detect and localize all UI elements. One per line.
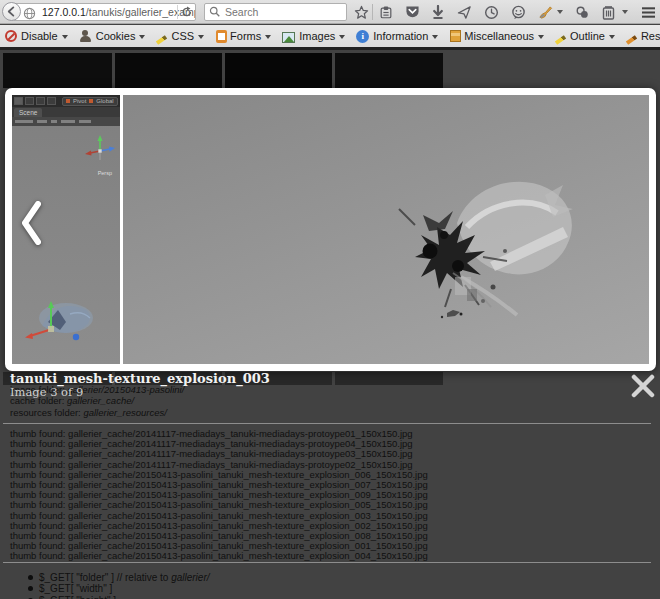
toolbar-separator xyxy=(372,4,373,20)
webdev-item-information[interactable]: i Information xyxy=(356,30,438,43)
view-option xyxy=(51,120,57,123)
param-text: $_GET[ "width" ] xyxy=(39,583,112,594)
webdev-label: CSS xyxy=(171,30,194,42)
information-icon: i xyxy=(356,30,369,43)
editor-tab-row: Scene xyxy=(12,107,120,117)
resources-folder-line: resources folder: gallerier_resources/ xyxy=(10,407,184,418)
history-clock-icon[interactable] xyxy=(483,4,499,20)
editor-explosion-object xyxy=(20,292,104,356)
gallery-thumbnail[interactable] xyxy=(115,53,222,88)
pivot-label: Pivot xyxy=(73,98,86,104)
webdev-label: Disable xyxy=(21,30,58,42)
search-input[interactable] xyxy=(225,6,325,18)
prev-arrow-button[interactable] xyxy=(18,199,46,247)
webdev-item-miscellaneous[interactable]: Miscellaneous xyxy=(449,30,544,42)
container-dropdown-caret[interactable] xyxy=(622,10,628,14)
chevron-down-icon xyxy=(265,35,271,39)
gallery-thumbnail[interactable] xyxy=(225,53,332,88)
theme-dropdown-caret[interactable] xyxy=(557,10,563,14)
webdev-item-forms[interactable]: Forms xyxy=(215,30,271,43)
search-icon xyxy=(209,6,221,18)
thumb-found-list: thumb found: gallerier_cache/20141117-me… xyxy=(10,429,428,562)
bookmark-star-icon[interactable] xyxy=(353,4,369,20)
editor-tool-button xyxy=(47,97,56,105)
webdev-label: Cookies xyxy=(96,30,136,42)
chevron-down-icon xyxy=(62,35,68,39)
webdev-label: Miscellaneous xyxy=(464,30,534,42)
editor-tool-button xyxy=(14,97,23,105)
close-icon[interactable] xyxy=(630,374,656,398)
url-bar[interactable]: 127.0.0.1/tanukis/gallerier_example.php xyxy=(13,3,196,21)
folder-value: gallerier_resources/ xyxy=(83,407,166,418)
thumb-found-line: thumb found: gallerier_cache/20150413-pa… xyxy=(10,551,428,561)
view-option xyxy=(79,120,91,123)
folder-label: resources folder: xyxy=(10,407,81,418)
resize-icon xyxy=(626,35,637,45)
toolbar-bottom-border xyxy=(0,47,660,50)
view-option xyxy=(61,120,75,123)
chevron-down-icon xyxy=(432,35,438,39)
webdev-item-resize[interactable]: Resize xyxy=(626,30,660,42)
back-button[interactable] xyxy=(2,2,21,21)
theme-brush-icon[interactable] xyxy=(537,4,553,20)
chat-smiley-icon[interactable] xyxy=(510,4,526,20)
gallery-thumbnail[interactable] xyxy=(335,372,443,385)
webdev-item-cookies[interactable]: Cookies xyxy=(79,30,146,43)
editor-tool-button xyxy=(36,97,45,105)
addon-paw-icon[interactable] xyxy=(574,4,590,20)
pocket-icon[interactable] xyxy=(404,4,420,20)
chevron-down-icon xyxy=(139,35,145,39)
webdev-label: Outline xyxy=(570,30,605,42)
explosion-render xyxy=(395,165,590,337)
param-text: $_GET[ "height" ] xyxy=(39,595,116,599)
editor-toolbar: PivotGlobal xyxy=(12,95,120,107)
horizontal-rule xyxy=(3,562,651,563)
webdev-toolbar: Disable Cookies CSS Forms Images i Infor… xyxy=(0,25,660,47)
url-text: 127.0.0.1/tanukis/gallerier_example.php xyxy=(42,6,196,18)
gallery-thumbnail[interactable] xyxy=(3,53,112,88)
chevron-down-icon xyxy=(538,35,544,39)
downloads-icon[interactable] xyxy=(430,4,446,20)
chevron-down-icon xyxy=(339,35,345,39)
disable-icon xyxy=(5,30,17,42)
outline-pencil-icon xyxy=(555,35,566,45)
gallery-thumbnail[interactable] xyxy=(335,53,443,88)
bookmarks-menu-icon[interactable] xyxy=(378,4,394,20)
forms-icon xyxy=(216,30,227,43)
lightbox-image-area: PivotGlobal Scene xyxy=(12,95,649,364)
container-icon[interactable] xyxy=(600,4,616,20)
menu-hamburger-icon[interactable] xyxy=(640,4,656,20)
cookies-icon xyxy=(79,30,92,43)
persp-label: Persp xyxy=(98,170,112,176)
bullet-icon xyxy=(28,575,33,580)
bullet-icon xyxy=(28,586,33,591)
view-option xyxy=(37,120,47,123)
lightbox: PivotGlobal Scene xyxy=(5,88,656,371)
param-text: $_GET[ "folder" ] // relative to xyxy=(39,572,171,583)
horizontal-rule xyxy=(3,423,651,424)
globe-icon xyxy=(23,6,36,21)
get-param-item: $_GET[ "folder" ] // relative to galleri… xyxy=(28,572,210,583)
webdev-label: Resize xyxy=(641,30,660,42)
search-bar[interactable] xyxy=(204,3,347,21)
webdev-item-disable[interactable]: Disable xyxy=(5,30,68,42)
current-image[interactable] xyxy=(123,95,649,364)
webdev-item-images[interactable]: Images xyxy=(282,30,345,42)
css-pencil-icon xyxy=(156,35,167,45)
webdev-item-outline[interactable]: Outline xyxy=(555,30,615,42)
webdev-label: Forms xyxy=(230,30,261,42)
get-param-item: $_GET[ "height" ] xyxy=(28,595,210,599)
webdev-item-css[interactable]: CSS xyxy=(156,30,204,42)
reload-button[interactable] xyxy=(177,5,193,19)
send-tab-icon[interactable] xyxy=(456,4,472,20)
get-params-list: $_GET[ "folder" ] // relative to galleri… xyxy=(28,572,210,599)
axis-gizmo-icon xyxy=(83,134,117,170)
chevron-down-icon xyxy=(198,35,204,39)
lightbox-caption-title: tanuki_mesh-texture_explosion_003 xyxy=(10,371,270,386)
browser-toolbar: 127.0.0.1/tanukis/gallerier_example.php xyxy=(0,0,660,24)
scene-tab: Scene xyxy=(14,108,42,117)
webdev-label: Images xyxy=(299,30,335,42)
editor-tool-button xyxy=(25,97,34,105)
editor-pivot-global-buttons: PivotGlobal xyxy=(62,97,118,106)
url-domain: 127.0.0.1 xyxy=(42,6,86,18)
